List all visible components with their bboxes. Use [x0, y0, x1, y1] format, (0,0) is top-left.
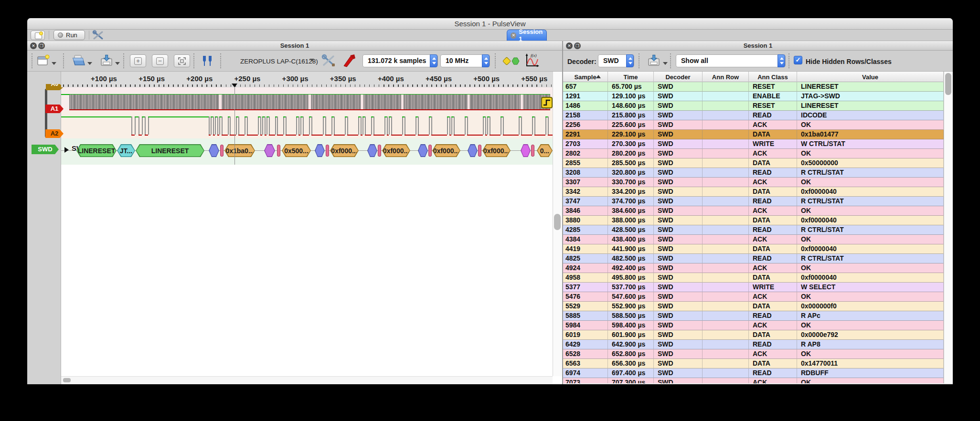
swd-annotation[interactable] [209, 144, 219, 157]
swd-annotation[interactable]: LINERESET [76, 144, 117, 157]
channel-tag-swd[interactable]: SWD [32, 145, 59, 154]
channels-button[interactable] [342, 53, 356, 68]
save-dropdown-arrow[interactable] [115, 62, 120, 65]
swd-ack-annotation[interactable] [326, 145, 329, 157]
table-row[interactable]: 5885588.500 µsSWDREADR APc [563, 311, 944, 321]
swd-annotation[interactable]: 0xf000... [482, 144, 511, 157]
table-row[interactable]: 5984598.400 µsSWDACKOK [563, 321, 944, 330]
channel-row-a2[interactable] [61, 111, 553, 138]
table-row[interactable]: 2291229.100 µsSWDDATA0x1ba01477 [563, 130, 944, 139]
table-row[interactable]: 3342334.200 µsSWDDATA0xf0000040 [563, 187, 944, 197]
table-row[interactable]: 5476547.600 µsSWDACKOK [563, 292, 944, 302]
sample-count-select[interactable]: 131.072 k samples [362, 54, 438, 67]
swd-annotation[interactable] [315, 144, 325, 157]
cursor-marker-icon[interactable] [232, 84, 237, 87]
save-table-button[interactable] [647, 54, 661, 67]
table-row[interactable]: 5529552.900 µsSWDDATA0x000000f0 [563, 302, 944, 311]
float-pane-icon[interactable]: ❐ [574, 42, 581, 49]
stepper-icon[interactable] [482, 54, 490, 67]
swd-annotation[interactable] [468, 144, 478, 157]
table-row[interactable]: 4419441.900 µsSWDDATA0xf0000040 [563, 244, 944, 254]
swd-annotation[interactable]: JT... [117, 144, 135, 157]
close-pane-icon[interactable]: ✕ [30, 42, 37, 49]
table-row[interactable]: 3307330.700 µsSWDACKOK [563, 178, 944, 187]
session-tab[interactable]: ✕ Session 1 [507, 30, 547, 41]
decoder-select[interactable]: SWD [598, 54, 634, 67]
decoder-row-swd[interactable]: SWD LINERESETJT...LINERESET0x1ba0...0x50… [61, 138, 553, 165]
stepper-icon[interactable] [778, 54, 785, 67]
column-header-decoder[interactable]: Decoder [654, 72, 703, 82]
row-filter-select[interactable]: Show all [676, 54, 786, 67]
table-row[interactable]: 3880388.000 µsSWDDATA0xf0000040 [563, 216, 944, 225]
table-vertical-scrollbar-thumb[interactable] [945, 73, 951, 95]
table-row[interactable]: 4924492.400 µsSWDACKOK [563, 263, 944, 273]
table-row[interactable]: 2158215.800 µsSWDREADIDCODE [563, 111, 944, 120]
stepper-icon[interactable] [430, 54, 437, 67]
swd-ack-annotation[interactable] [428, 145, 432, 157]
swd-annotation[interactable]: 0... [537, 144, 553, 157]
table-row[interactable]: 7073707.300 µsSWDACKOK [563, 378, 944, 383]
channel-tag-a2[interactable]: A2 [45, 129, 64, 138]
run-button[interactable]: Run [53, 30, 85, 40]
table-row[interactable]: 6528652.800 µsSWDACKOK [563, 349, 944, 359]
swd-annotation[interactable]: 0xf000... [432, 144, 460, 157]
close-pane-icon[interactable]: ✕ [566, 42, 573, 49]
show-triggers-button[interactable] [201, 54, 214, 67]
trace-vertical-scrollbar-thumb[interactable] [554, 214, 561, 230]
new-session-button[interactable] [31, 31, 45, 40]
column-header-value[interactable]: Value [797, 72, 944, 82]
zoom-fit-button[interactable] [174, 54, 190, 67]
swd-annotation[interactable] [264, 144, 275, 157]
open-dropdown-arrow[interactable] [87, 62, 92, 65]
stepper-icon[interactable] [626, 54, 634, 67]
device-dropdown-arrow[interactable] [309, 59, 314, 62]
trace-horizontal-scrollbar-thumb[interactable] [63, 378, 71, 382]
float-pane-icon[interactable]: ❐ [38, 42, 45, 49]
open-button[interactable] [72, 54, 86, 67]
swd-annotation[interactable]: 0x500... [282, 144, 311, 157]
table-row[interactable]: 3747374.700 µsSWDREADR CTRL/STAT [563, 197, 944, 206]
trace-horizontal-scrollbar[interactable] [61, 376, 553, 384]
zoom-out-button[interactable]: − [152, 54, 168, 67]
column-header-sample[interactable]: Sample [563, 72, 608, 82]
sample-rate-select[interactable]: 10 MHz [440, 54, 490, 67]
close-tab-icon[interactable]: ✕ [511, 32, 516, 39]
table-row[interactable]: 2855285.500 µsSWDDATA0x50000000 [563, 158, 944, 168]
table-row[interactable]: 65765.700 µsSWDRESETLINERESET [563, 82, 944, 92]
swd-annotation[interactable]: LINERESET [136, 144, 204, 157]
swd-ack-annotation[interactable] [531, 145, 534, 157]
save-button[interactable] [99, 54, 114, 67]
swd-annotation[interactable]: 0xf000... [330, 144, 359, 157]
column-header-ann-row[interactable]: Ann Row [703, 72, 749, 82]
swd-ack-annotation[interactable] [378, 145, 381, 157]
table-row[interactable]: 2256225.600 µsSWDACKOK [563, 120, 944, 130]
new-view-dropdown-arrow[interactable] [52, 62, 56, 65]
configure-device-button[interactable] [321, 53, 336, 68]
table-row[interactable]: 2802280.200 µsSWDACKOK [563, 149, 944, 158]
swd-annotation[interactable]: 0xf000... [382, 144, 410, 157]
swd-ack-annotation[interactable] [220, 145, 224, 157]
table-row[interactable]: 2703270.300 µsSWDWRITEW CTRL/STAT [563, 139, 944, 149]
table-row[interactable]: 5377537.700 µsSWDWRITEW SELECT [563, 283, 944, 292]
trigger-marker[interactable] [541, 97, 553, 108]
table-row[interactable]: 4825482.500 µsSWDREADR CTRL/STAT [563, 254, 944, 263]
swd-annotation[interactable]: 0x1ba0... [224, 144, 255, 157]
column-header-ann-class[interactable]: Ann Class [749, 72, 797, 82]
device-selector[interactable]: ZEROPLUS LAP-C(16128) [240, 58, 318, 65]
hide-hidden-rows-checkbox[interactable]: ✓ [794, 56, 802, 64]
column-header-time[interactable]: Time [608, 72, 654, 82]
table-row[interactable]: 4285428.500 µsSWDREADR CTRL/STAT [563, 225, 944, 235]
table-row[interactable]: 1291129.100 µsSWDENABLEJTAG->SWD [563, 92, 944, 101]
expand-decoder-icon[interactable] [64, 147, 69, 153]
table-row[interactable]: 1486148.600 µsSWDRESETLINERESET [563, 101, 944, 111]
table-row[interactable]: 4958495.800 µsSWDDATA0xf0000040 [563, 273, 944, 283]
swd-annotation[interactable] [367, 144, 377, 157]
table-row[interactable]: 6974697.400 µsSWDREADRDBUFF [563, 368, 944, 378]
table-header[interactable]: SampleTimeDecoderAnn RowAnn ClassValue [563, 72, 944, 82]
time-ruler[interactable]: +100 µs+150 µs+200 µs+250 µs+300 µs+350 … [61, 72, 553, 87]
table-row[interactable]: 6429642.900 µsSWDREADR AP8 [563, 340, 944, 349]
channel-row-a1[interactable] [61, 87, 553, 111]
table-row[interactable]: 3846384.600 µsSWDACKOK [563, 206, 944, 216]
swd-ack-annotation[interactable] [277, 145, 280, 157]
settings-button[interactable] [92, 30, 105, 41]
